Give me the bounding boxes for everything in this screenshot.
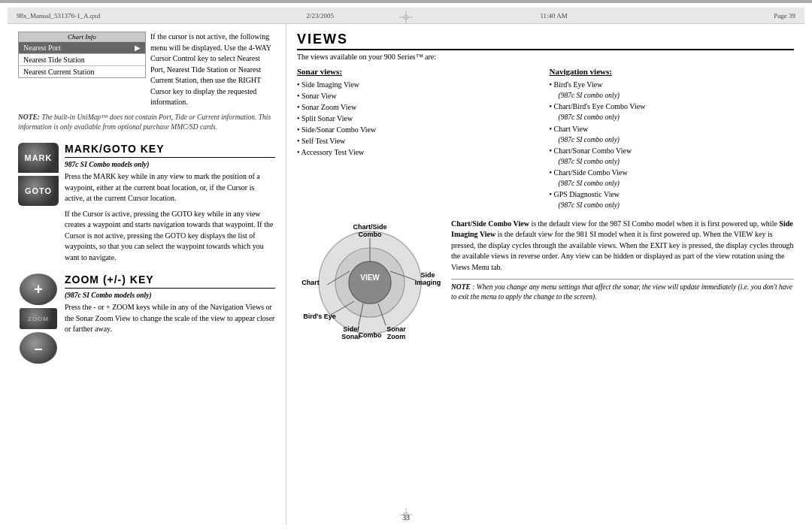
list-item: Chart/Side Combo View [550,167,795,178]
bottom-note-text: : When you change any menu settings that… [451,283,792,301]
list-item: Chart View [550,123,795,135]
list-item: Accessory Test View [297,147,542,158]
nearest-port-label: Nearest Port [23,44,61,52]
views-intro: The views available on your 900 Series™ … [297,53,794,61]
nav-views-column: Navigation views: Bird's Eye View (987c … [550,67,795,211]
bottom-note: NOTE : When you change any menu settings… [451,279,794,303]
svg-text:VIEW: VIEW [360,274,380,282]
view-diagram-svg: VIEW Chart/Side Combo Chart Side Imaging… [297,219,444,339]
zoom-divider [65,288,275,289]
svg-text:Chart: Chart [301,279,320,286]
chart-info-note: NOTE: The built-in UniMap™ does not cont… [18,113,275,133]
nav-views-list: Bird's Eye View (987c SI combo only) Cha… [550,79,795,211]
sonar-views-column: Sonar views: Side Imaging View Sonar Vie… [297,67,542,211]
nearest-tide-label: Nearest Tide Station [23,56,85,64]
svg-text:Imaging: Imaging [415,279,441,286]
svg-point-5 [349,261,391,304]
zoom-section: + ZOOM – ZOOM (+/-) KEY (987c SI Combo m… [18,274,275,364]
svg-text:Combo: Combo [359,331,382,339]
nav-note-3: (987c SI combo only) [550,135,795,145]
mark-text: Press the MARK key while in any view to … [65,171,275,204]
nearest-port-arrow: ▶ [135,44,141,52]
list-item: Sonar View [297,90,542,101]
chart-info-row-nearest-port[interactable]: Nearest Port ▶ [19,41,145,53]
header-page: Page 39 [774,12,795,20]
view-description-text: Chart/Side Combo View is the default vie… [451,219,794,274]
mark-goto-section: MARK GOTO MARK/GOTO KEY 987c SI Combo mo… [18,143,275,263]
zoom-label: ZOOM [28,316,49,322]
list-item: Side Imaging View [297,79,542,90]
nav-note-2: (987c SI combo only) [550,112,795,122]
list-item: Bird's Eye View [550,79,795,90]
chart-info-description: If the cursor is not active, the followi… [150,32,271,106]
sonar-views-list: Side Imaging View Sonar View Sonar Zoom … [297,79,542,158]
zoom-label-button: ZOOM [20,308,57,329]
zoom-text-area: ZOOM (+/-) KEY (987c SI Combo models onl… [65,274,275,335]
nav-note-5: (987c SI combo only) [550,178,795,189]
minus-label: – [34,340,42,357]
chart-info-header: Chart Info [19,32,145,41]
main-content: Chart Info Nearest Port ▶ Nearest Tide S… [8,24,804,524]
goto-button-label: GOTO [25,186,52,195]
svg-text:Chart/Side: Chart/Side [353,223,386,231]
header-filename: 98x_Manual_531376-1_A.qxd [17,12,100,20]
chart-info-row-nearest-tide[interactable]: Nearest Tide Station [19,53,145,65]
goto-text: If the Cursor is active, pressing the GO… [65,209,275,264]
nav-views-heading: Navigation views: [550,67,795,76]
mark-button-label: MARK [25,153,53,162]
sonar-views-heading: Sonar views: [297,67,542,76]
list-item: Side/Sonar Combo View [297,124,542,135]
views-columns: Sonar views: Side Imaging View Sonar Vie… [297,67,794,211]
list-item: Chart/Sonar Combo View [550,145,795,156]
svg-text:Sonar: Sonar [386,325,406,333]
views-heading: VIEWS [297,32,794,50]
view-description: Chart/Side Combo View is the default vie… [451,219,794,303]
chart-info-section: Chart Info Nearest Port ▶ Nearest Tide S… [18,32,275,108]
list-item: Split Sonar View [297,113,542,124]
nav-note-4: (987c SI combo only) [550,156,795,167]
svg-text:Side: Side [420,271,435,279]
svg-text:Combo: Combo [359,231,382,238]
minus-button[interactable]: – [20,332,57,364]
header-time: 11:40 AM [540,12,567,20]
zoom-description: Press the - or + ZOOM keys while in any … [65,302,275,335]
mark-goto-divider [65,157,275,158]
nav-note-6: (987c SI combo only) [550,200,795,210]
goto-button[interactable]: GOTO [18,176,59,206]
right-column: VIEWS The views available on your 900 Se… [286,24,804,524]
svg-text:Bird's Eye: Bird's Eye [303,313,336,320]
list-item: GPS Diagnostic View [550,189,795,200]
list-item: Self Test View [297,135,542,147]
description-text-2: is the default view for the 981 SI model… [451,230,794,271]
crosshair-bottom [399,508,413,521]
nearest-current-label: Nearest Current Station [23,68,94,76]
plus-button[interactable]: + [20,274,57,305]
nav-note-1: (987c SI combo only) [550,90,795,101]
chart-side-combo-label: Chart/Side Combo View [451,219,529,228]
list-item: Sonar Zoom View [297,101,542,113]
left-column: Chart Info Nearest Port ▶ Nearest Tide S… [8,24,286,524]
zoom-heading: ZOOM (+/-) KEY [65,274,275,286]
zoom-keys: + ZOOM – [18,274,59,364]
mark-goto-heading: MARK/GOTO KEY [65,143,275,155]
chart-info-menu: Chart Info Nearest Port ▶ Nearest Tide S… [18,32,146,78]
crosshair-top [399,11,413,24]
mark-goto-text-area: MARK/GOTO KEY 987c SI Combo models only)… [65,143,275,263]
plus-label: + [34,281,43,298]
bottom-note-label: NOTE [451,283,471,291]
header-date: 2/23/2005 [307,12,335,20]
corner-mark-br [0,2,812,3]
note-label: NOTE: [18,113,40,121]
mark-goto-keys: MARK GOTO [18,143,59,206]
list-item: Chart/Bird's Eye Combo View [550,101,795,112]
chart-info-table: Chart Info Nearest Port ▶ Nearest Tide S… [18,32,146,84]
mark-goto-subheading: 987c SI Combo models only) [65,161,275,168]
svg-text:Side/: Side/ [343,325,359,333]
svg-text:Zoom: Zoom [387,333,406,339]
chart-info-row-nearest-current[interactable]: Nearest Current Station [19,65,145,77]
view-diagram-area: VIEW Chart/Side Combo Chart Side Imaging… [297,219,794,339]
description-text-1: is the default view for the 987 SI Combo… [531,219,779,228]
note-text-content: The built-in UniMap™ does not contain Po… [18,113,271,131]
mark-button[interactable]: MARK [18,143,59,173]
chart-info-text-block: If the cursor is not active, the followi… [150,32,275,108]
